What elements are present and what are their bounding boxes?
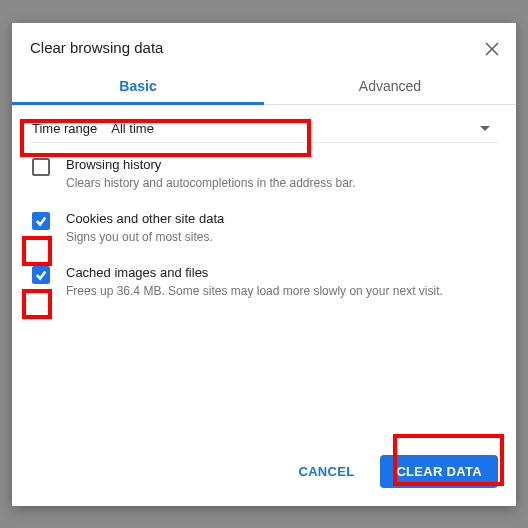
tab-basic[interactable]: Basic: [12, 66, 264, 104]
cancel-button[interactable]: CANCEL: [282, 455, 370, 488]
option-title: Cached images and files: [66, 265, 443, 280]
checkbox-cookies[interactable]: [32, 212, 50, 230]
option-text: Browsing history Clears history and auto…: [66, 157, 356, 191]
option-title: Cookies and other site data: [66, 211, 224, 226]
check-icon: [35, 215, 47, 227]
checkbox-browsing-history[interactable]: [32, 158, 50, 176]
option-desc: Clears history and autocompletions in th…: [66, 175, 356, 191]
option-browsing-history: Browsing history Clears history and auto…: [30, 143, 498, 197]
dialog-header: Clear browsing data: [12, 23, 516, 66]
checkbox-cache[interactable]: [32, 266, 50, 284]
clear-browsing-data-dialog: Clear browsing data Basic Advanced Time …: [12, 23, 516, 506]
clear-data-button[interactable]: CLEAR DATA: [380, 455, 498, 488]
tab-advanced[interactable]: Advanced: [264, 66, 516, 104]
time-range-value: All time: [111, 121, 154, 136]
caret-down-icon: [480, 126, 490, 131]
option-text: Cookies and other site data Signs you ou…: [66, 211, 224, 245]
option-desc: Frees up 36.4 MB. Some sites may load mo…: [66, 283, 443, 299]
time-range-label: Time range: [32, 121, 97, 136]
dialog-footer: CANCEL CLEAR DATA: [12, 441, 516, 506]
option-desc: Signs you out of most sites.: [66, 229, 224, 245]
check-icon: [35, 269, 47, 281]
time-range-row: Time range All time: [30, 117, 498, 143]
option-title: Browsing history: [66, 157, 356, 172]
dialog-body: Time range All time Browsing history Cle…: [12, 105, 516, 441]
close-button[interactable]: [480, 37, 504, 61]
tabs: Basic Advanced: [12, 66, 516, 105]
time-range-select[interactable]: All time: [111, 121, 496, 136]
dialog-title: Clear browsing data: [30, 39, 498, 56]
option-cookies: Cookies and other site data Signs you ou…: [30, 197, 498, 251]
option-cache: Cached images and files Frees up 36.4 MB…: [30, 251, 498, 305]
close-icon: [485, 42, 499, 56]
option-text: Cached images and files Frees up 36.4 MB…: [66, 265, 443, 299]
